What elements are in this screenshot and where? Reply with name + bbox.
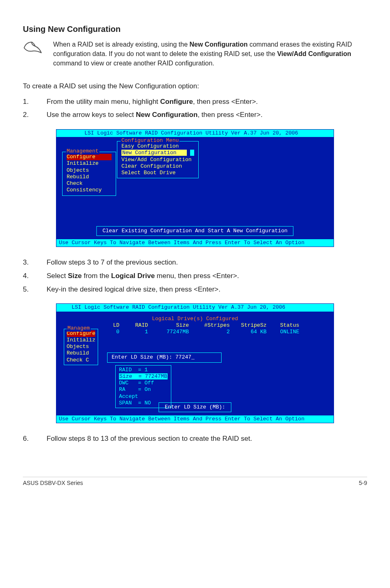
bios-body: Management Configure Initialize Objects … xyxy=(56,137,334,239)
step-text-part: menu, then press <Enter>. xyxy=(155,272,239,280)
step-text-part: , then press <Enter>. xyxy=(193,98,258,105)
cell: 2 xyxy=(193,329,234,335)
note-text-part: When a RAID set is already existing, usi… xyxy=(53,41,190,48)
note-text-part: command to view or create another RAID c… xyxy=(53,60,214,67)
step-item: 2. Use the arrow keys to select New Conf… xyxy=(23,110,367,120)
bios-footer-bar: Use Cursor Keys To Navigate Between Item… xyxy=(56,239,334,247)
menu-item-label: New Configuration xyxy=(121,150,187,156)
col-header: Size xyxy=(152,322,193,329)
step-number: 4. xyxy=(23,271,34,281)
cell: 1 xyxy=(123,329,152,335)
note-bold-2: View/Add Configuration xyxy=(277,50,351,57)
step-text-part: Select xyxy=(47,272,68,280)
management-menu-label: Management xyxy=(66,148,99,155)
step-text-part: Use the arrow keys to select xyxy=(47,111,136,119)
menu-item[interactable]: Check Consistency xyxy=(67,180,112,194)
step-text: From the utility main menu, highlight Co… xyxy=(47,97,258,107)
menu-item[interactable]: Rebuild xyxy=(67,350,95,357)
step-bold: New Configuration xyxy=(136,111,197,119)
menu-item[interactable]: Initializ xyxy=(67,337,95,343)
menu-item[interactable]: Easy Configuration xyxy=(121,143,194,150)
bios-body: Logical Drive(s) Configured LD RAID Size… xyxy=(56,312,334,416)
step-bold: Size xyxy=(68,272,82,280)
menu-item[interactable]: Clear Configuration xyxy=(121,163,194,170)
param-line-selected[interactable]: Size = 77247MB xyxy=(119,373,168,380)
configuration-menu: Configuration Menu Easy Configuration Ne… xyxy=(117,141,199,178)
step-text-part: From the utility main menu, highlight xyxy=(47,98,160,105)
bios-window: LSI Logic Software RAID Configuration Ut… xyxy=(56,303,334,423)
bios-screenshot-1: LSI Logic Software RAID Configuration Ut… xyxy=(23,129,367,247)
management-menu: Management Configure Initialize Objects … xyxy=(62,152,116,196)
logical-drives-columns: LD RAID Size #Stripes StripeSz Status xyxy=(107,322,328,329)
size-input[interactable]: Enter LD Size (MB): 77247_ xyxy=(107,352,222,362)
step-item: 1. From the utility main menu, highlight… xyxy=(23,97,367,107)
bios-help-text: Enter LD Size (MB): xyxy=(159,402,231,412)
steps-list-1: 1. From the utility main menu, highlight… xyxy=(23,97,367,120)
step-text: Follow steps 3 to 7 of the previous sect… xyxy=(47,258,178,268)
step-number: 2. xyxy=(23,110,34,120)
col-header: #Stripes xyxy=(193,322,234,329)
step-text-part: from the xyxy=(82,272,111,280)
section-heading: Using New Configuration xyxy=(23,25,367,34)
step-text: Follow steps 8 to 13 of the previous sec… xyxy=(47,434,252,444)
step-bold: Logical Drive xyxy=(111,272,155,280)
menu-item[interactable]: Rebuild xyxy=(67,174,112,180)
cell: ONLINE xyxy=(271,329,303,335)
param-line[interactable]: Accept xyxy=(119,393,168,400)
management-menu: Managem Configure Initializ Objects Rebu… xyxy=(64,329,98,365)
step-number: 1. xyxy=(23,97,34,107)
bios-title-bar: LSI Logic Software RAID Configuration Ut… xyxy=(56,130,334,137)
bios-title-bar: LSI Logic Software RAID Configuration Ut… xyxy=(56,304,334,311)
menu-item[interactable]: Objects xyxy=(67,343,95,350)
param-line[interactable]: DWC = Off xyxy=(119,380,168,386)
col-header: RAID xyxy=(123,322,152,329)
cell: 64 KB xyxy=(234,329,271,335)
step-item: 4. Select Size from the Logical Drive me… xyxy=(23,271,367,281)
logical-drive-row: 0 1 77247MB 2 64 KB ONLINE xyxy=(107,329,328,335)
step-text: Use the arrow keys to select New Configu… xyxy=(47,110,262,120)
col-header: StripeSz xyxy=(234,322,271,329)
menu-item[interactable]: Configure xyxy=(67,154,112,160)
cell: 0 xyxy=(107,329,123,335)
step-item: 6. Follow steps 8 to 13 of the previous … xyxy=(23,434,367,444)
page-footer: ASUS DSBV-DX Series 5-9 xyxy=(23,477,367,486)
cursor-block-icon xyxy=(190,150,194,156)
footer-left: ASUS DSBV-DX Series xyxy=(23,480,83,486)
step-bold: Configure xyxy=(160,98,193,105)
footer-right: 5-9 xyxy=(359,480,367,486)
step-text: Key-in the desired logical drive size, t… xyxy=(47,285,220,295)
cell: 77247MB xyxy=(152,329,193,335)
steps-list-3: 6. Follow steps 8 to 13 of the previous … xyxy=(23,434,367,444)
col-header: Status xyxy=(271,322,303,329)
note-bold-1: New Configuration xyxy=(190,41,248,48)
note-block: When a RAID set is already existing, usi… xyxy=(23,40,367,75)
step-text-part: , then press <Enter>. xyxy=(197,111,262,119)
bios-help-text: Clear Existing Configuration And Start A… xyxy=(96,226,294,236)
menu-item[interactable]: View/Add Configuration xyxy=(121,157,194,163)
menu-item-selected[interactable]: New Configuration xyxy=(121,150,194,156)
note-icon xyxy=(23,40,43,57)
menu-item[interactable]: Objects xyxy=(67,167,112,174)
bios-footer-bar: Use Cursor Keys To Navigate Between Item… xyxy=(56,415,334,423)
col-header: LD xyxy=(107,322,123,329)
note-text: When a RAID set is already existing, usi… xyxy=(53,40,367,68)
menu-item[interactable]: Select Boot Drive xyxy=(121,170,194,176)
param-line: RAID = 1 xyxy=(119,367,168,373)
step-item: 5. Key-in the desired logical drive size… xyxy=(23,285,367,295)
drive-params: RAID = 1 Size = 77247MB DWC = Off RA = O… xyxy=(115,365,171,408)
menu-item[interactable]: Initialize xyxy=(67,160,112,167)
bios-screenshot-2: LSI Logic Software RAID Configuration Ut… xyxy=(23,303,367,423)
configuration-menu-title: Configuration Menu xyxy=(121,137,179,144)
step-number: 6. xyxy=(23,434,34,444)
management-menu-label: Managem xyxy=(67,325,91,332)
menu-item[interactable]: Check C xyxy=(67,357,95,364)
step-item: 3. Follow steps 3 to 7 of the previous s… xyxy=(23,258,367,268)
step-number: 5. xyxy=(23,285,34,295)
param-line[interactable]: RA = On xyxy=(119,386,168,393)
step-number: 3. xyxy=(23,258,34,268)
steps-list-2: 3. Follow steps 3 to 7 of the previous s… xyxy=(23,258,367,294)
intro-text: To create a RAID set using the New Confi… xyxy=(23,82,367,90)
logical-drives-header: Logical Drive(s) Configured xyxy=(62,316,328,322)
param-label: Size = 77247MB xyxy=(119,373,168,379)
step-text: Select Size from the Logical Drive menu,… xyxy=(47,271,239,281)
